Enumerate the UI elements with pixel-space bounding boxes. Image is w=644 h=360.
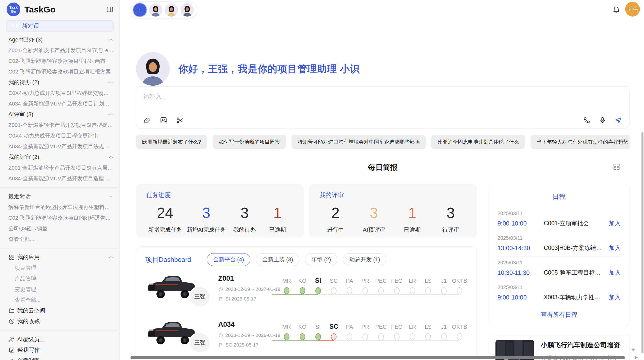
scroll-down-arrow[interactable]: [631, 349, 635, 351]
sidebar-section-header-3[interactable]: 我的评审 (2): [0, 152, 119, 162]
layout-grid-icon[interactable]: [613, 163, 620, 171]
milestone-track: MRKOSISCPAPRPECFECLRLSJ1OKTB: [279, 316, 467, 358]
sidebar-section-header-2[interactable]: AI评审 (3): [0, 109, 119, 120]
chevron-up-icon[interactable]: [108, 254, 114, 260]
agent-avatar-2[interactable]: [165, 3, 178, 17]
sidebar-task-item[interactable]: C0X4-动力总成开发项目SI里程碑提交物检查: [0, 88, 119, 98]
new-chat-button[interactable]: 新对话: [6, 20, 114, 32]
suggestion-chip[interactable]: 特朗普可能对进口汽车增税会对中国车企造成哪些影响: [291, 135, 426, 149]
sidebar-item-folder[interactable]: 我的云空间: [0, 305, 119, 316]
milestone: SC: [326, 322, 342, 358]
milestone: FEC: [389, 276, 405, 312]
dashboard-header: 项目Dashboard 全新平台 (4)全新上装 (3)年型 (2)动总开发 (…: [145, 253, 467, 266]
recent-chat-item[interactable]: 查看全部...: [0, 234, 119, 245]
suggestion-chip[interactable]: 当下年轻人对汽车外观有怎样的喜好趋势: [531, 135, 630, 149]
stat: 3待评审: [437, 205, 465, 234]
milestone-label: PA: [346, 276, 353, 284]
briefing-header: 每日简报: [136, 162, 630, 172]
sidebar-task-item[interactable]: Z001-全新燃油轻卡产品开发项目SI造型提交物评审: [0, 120, 119, 130]
horizontal-scrollbar[interactable]: [130, 356, 625, 359]
schedule-join-link[interactable]: 加入: [609, 269, 621, 277]
app-item[interactable]: 产品管理: [0, 273, 119, 284]
sidebar-tool-write[interactable]: 帮我写作: [0, 345, 119, 355]
sidebar-item-star[interactable]: 我的收藏: [0, 316, 119, 327]
schedule-time: 10:30-11:30: [497, 269, 544, 276]
chat-input[interactable]: [143, 93, 622, 100]
schedule-join-link[interactable]: 加入: [609, 293, 621, 301]
scroll-right-arrow[interactable]: [635, 356, 638, 359]
project-row[interactable]: 王强Z0012023-12-19 ~ 2027-01-19SI-2025-05-…: [145, 269, 467, 312]
sidebar-tool-pen[interactable]: 创意制图: [0, 355, 119, 360]
milestone: FEC: [389, 322, 405, 358]
app-item[interactable]: 项目管理: [0, 263, 119, 273]
vertical-scrollbar[interactable]: [641, 132, 643, 353]
chevron-up-icon[interactable]: [108, 154, 114, 160]
sidebar-task-item[interactable]: A034-全新新能源MUV产品开发项目计划变更表编写: [0, 98, 119, 109]
recent-chat-item[interactable]: C02-飞腾新能源轻客改款项目的闭环通告反馈情况: [0, 213, 119, 223]
scissors-icon[interactable]: [176, 116, 184, 124]
sidebar-task-item[interactable]: Z001-全新燃油皮卡产品开发项目SI节点Lesson Learn报告: [0, 45, 119, 56]
suggestion-chip[interactable]: 如何写一份清晰的项目周报: [213, 135, 286, 149]
sidebar-section-header-0[interactable]: Agent已办 (3): [0, 34, 119, 45]
dashboard-filter-chip[interactable]: 年型 (2): [305, 253, 337, 266]
milestone-dot: [410, 287, 415, 294]
stat-label: 待评审: [442, 226, 459, 234]
sidebar-task-item[interactable]: C02-飞腾新能源轻客改款项目立项汇报方案: [0, 66, 119, 77]
sidebar-my-apps[interactable]: 我的应用: [0, 252, 119, 263]
content-columns: 任务进度24新增完成任务3新增AI完成任务3我的待办1已逾期我的评审2进行中3A…: [136, 184, 630, 360]
milestone-dot: [378, 287, 384, 294]
sidebar-collapse-icon[interactable]: [106, 6, 114, 13]
project-row[interactable]: 王强A0342023-12-19 ~ 2026-01-19SC-2025-05-…: [145, 316, 467, 358]
milestone: J1: [436, 276, 452, 312]
chevron-up-icon[interactable]: [108, 112, 114, 117]
suggestion-chip[interactable]: 比亚迪全固态电池计划具体说了什么: [431, 135, 525, 149]
greeting-block: 你好，王强，我是你的项目管理助理 小识: [136, 52, 360, 86]
sidebar-tool-people[interactable]: AI超级员工: [0, 334, 119, 345]
schedule-join-link[interactable]: 加入: [609, 219, 621, 227]
milestone-dot: [315, 333, 321, 340]
project-image: 王强: [145, 317, 210, 358]
phone-icon[interactable]: [583, 116, 591, 124]
sidebar-task-item[interactable]: A034-全新新能源MUV产品开发项目法规符合性评审: [0, 141, 119, 152]
dashboard-filter-chip[interactable]: 全新平台 (4): [207, 253, 250, 266]
recent-chat-item[interactable]: 解释最新出台的欧盟报废车法规再生塑料比例被调至15%...: [0, 202, 119, 213]
schedule-join-link[interactable]: 加入: [609, 244, 621, 252]
app-item[interactable]: 查看全部...: [0, 295, 119, 305]
milestone: PEC: [373, 276, 389, 312]
notification-bell-icon[interactable]: [612, 6, 621, 14]
sidebar-header: Task Go TaskGo: [0, 0, 119, 16]
image-icon[interactable]: [160, 116, 167, 124]
chevron-up-icon[interactable]: [108, 37, 114, 42]
milestone-label: PR: [361, 322, 369, 330]
send-icon[interactable]: [614, 116, 622, 124]
sidebar-task-item[interactable]: Z001-全新燃油轻卡产品开发项目SI节点属性5D文件评审: [0, 162, 119, 173]
agent-avatar-1[interactable]: [149, 3, 162, 17]
input-tools-left: [143, 116, 184, 124]
dashboard-filter-chip[interactable]: 全新上装 (3): [256, 253, 299, 266]
project-code: A034: [218, 321, 279, 328]
user-avatar[interactable]: 王强: [625, 2, 640, 17]
sidebar-section-recent[interactable]: 最近对话: [0, 191, 119, 202]
agent-avatar-3[interactable]: [181, 3, 194, 17]
briefing-cards: 任务进度24新增完成任务3新增AI完成任务3我的待办1已逾期我的评审2进行中3A…: [136, 184, 477, 238]
schedule-card: 日程 2025/03/119:00-10:00C001-立项审批会加入2025/…: [489, 184, 630, 326]
view-all-schedule-link[interactable]: 查看所有日程: [497, 311, 621, 320]
recent-chat-item[interactable]: 公司Q3轻卡销量: [0, 223, 119, 234]
milestone: PEC: [373, 322, 389, 358]
milestone-dot: [410, 333, 415, 340]
milestone-dot: [362, 287, 368, 294]
dashboard-filter-chip[interactable]: 动总开发 (1): [343, 253, 386, 266]
app-item[interactable]: 变更管理: [0, 284, 119, 295]
attachment-icon[interactable]: [143, 116, 151, 124]
chevron-up-icon[interactable]: [108, 194, 114, 199]
add-agent-button[interactable]: [133, 3, 147, 17]
sidebar-task-item[interactable]: A034-全新新能源MUV产品开发项目造型可行性评审: [0, 173, 119, 184]
mic-icon[interactable]: [599, 116, 606, 124]
sidebar-section-header-1[interactable]: 我的待办 (2): [0, 77, 119, 88]
schedule-date: 2025/03/11: [497, 260, 621, 266]
suggestion-chip[interactable]: 欧洲新规最近颁布了什么?: [136, 135, 207, 149]
agent-switcher: [130, 2, 197, 18]
sidebar-task-item[interactable]: C0X4-动力总成开发项目工程变更评审: [0, 130, 119, 141]
sidebar-task-item[interactable]: C02-飞腾新能源轻客改款项目里程碑画布: [0, 56, 119, 66]
chevron-up-icon[interactable]: [108, 80, 114, 85]
